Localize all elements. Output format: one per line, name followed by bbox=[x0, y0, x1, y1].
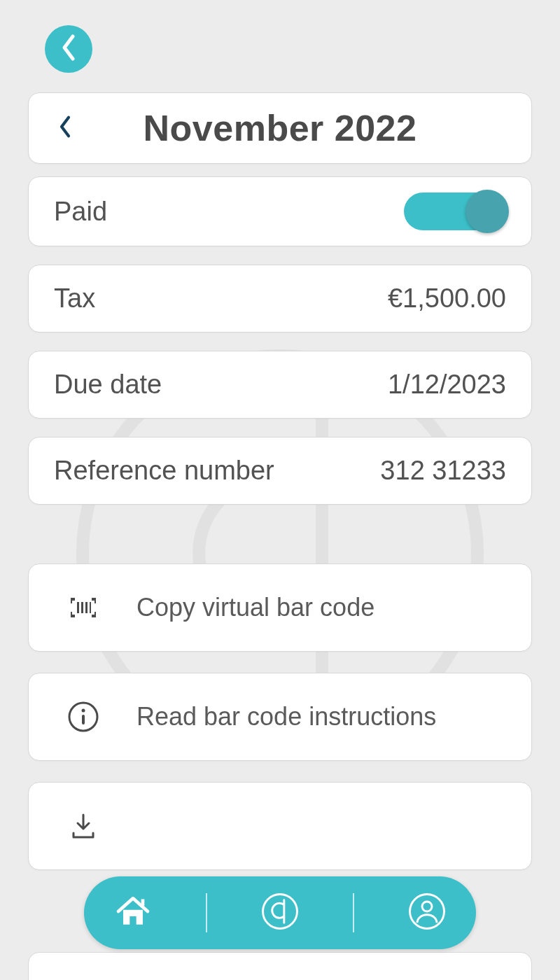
nav-separator bbox=[353, 893, 354, 932]
paid-label: Paid bbox=[54, 197, 107, 227]
svg-point-6 bbox=[82, 709, 85, 713]
bottom-nav bbox=[84, 876, 476, 949]
reference-row: Reference number 312 31233 bbox=[28, 437, 532, 505]
reference-label: Reference number bbox=[54, 456, 274, 486]
due-date-row: Due date 1/12/2023 bbox=[28, 351, 532, 419]
period-label: November 2022 bbox=[79, 107, 509, 149]
period-selector: November 2022 bbox=[28, 92, 532, 164]
barcode-instructions-label: Read bar code instructions bbox=[136, 702, 436, 732]
barcode-instructions-button[interactable]: Read bar code instructions bbox=[28, 673, 532, 761]
tax-label: Tax bbox=[54, 284, 95, 314]
svg-rect-4 bbox=[90, 602, 91, 613]
next-card-peek bbox=[28, 952, 532, 980]
download-icon bbox=[66, 809, 100, 843]
back-button[interactable] bbox=[45, 25, 92, 73]
svg-rect-7 bbox=[82, 715, 85, 724]
svg-point-11 bbox=[422, 902, 432, 911]
nav-profile-button[interactable] bbox=[402, 888, 451, 937]
paid-toggle[interactable] bbox=[404, 192, 506, 230]
nav-separator bbox=[206, 893, 207, 932]
svg-rect-3 bbox=[85, 602, 88, 613]
due-date-value: 1/12/2023 bbox=[388, 370, 506, 400]
svg-rect-8 bbox=[141, 899, 144, 906]
copy-barcode-button[interactable]: Copy virtual bar code bbox=[28, 564, 532, 652]
nav-brand-button[interactable] bbox=[255, 888, 304, 937]
copy-barcode-label: Copy virtual bar code bbox=[136, 593, 374, 622]
info-icon bbox=[66, 700, 100, 734]
due-date-label: Due date bbox=[54, 370, 162, 400]
tax-value: €1,500.00 bbox=[388, 284, 506, 314]
paid-row: Paid bbox=[28, 176, 532, 246]
download-button[interactable] bbox=[28, 782, 532, 870]
user-icon bbox=[407, 892, 447, 934]
svg-rect-2 bbox=[81, 602, 83, 613]
chevron-left-icon bbox=[59, 34, 78, 64]
svg-rect-1 bbox=[77, 602, 79, 613]
reference-value: 312 31233 bbox=[380, 456, 506, 486]
home-icon bbox=[113, 892, 153, 934]
nav-home-button[interactable] bbox=[108, 888, 158, 937]
chevron-left-icon bbox=[58, 115, 72, 141]
toggle-knob bbox=[465, 190, 509, 233]
tax-row: Tax €1,500.00 bbox=[28, 265, 532, 332]
brand-d-icon bbox=[260, 892, 300, 934]
svg-point-9 bbox=[262, 895, 297, 929]
barcode-icon bbox=[66, 591, 100, 624]
previous-period-button[interactable] bbox=[51, 109, 79, 147]
